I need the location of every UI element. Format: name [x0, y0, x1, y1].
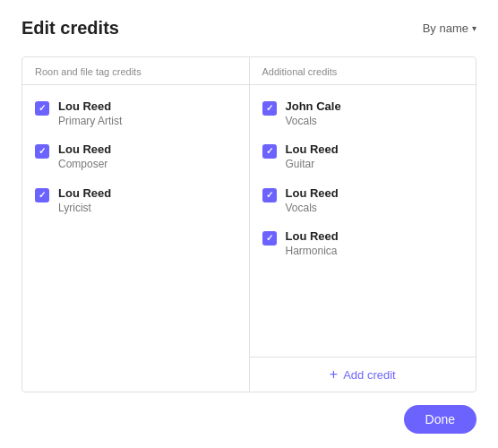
- credit-role: Vocals: [286, 115, 341, 129]
- page-header: Edit credits By name ▾: [21, 18, 477, 39]
- edit-credits-page: Edit credits By name ▾ Roon and file tag…: [0, 0, 498, 448]
- checkbox-lou-reed-lyricist[interactable]: [35, 188, 49, 202]
- list-item: Lou Reed Vocals: [250, 179, 477, 222]
- list-item: Lou Reed Lyricist: [22, 179, 249, 222]
- page-title: Edit credits: [21, 18, 119, 39]
- list-item: Lou Reed Guitar: [250, 135, 477, 178]
- sort-by-dropdown[interactable]: By name ▾: [423, 22, 477, 35]
- checkbox-lou-reed-harmonica[interactable]: [262, 231, 277, 246]
- left-column-header: Roon and file tag credits: [22, 57, 249, 85]
- chevron-down-icon: ▾: [472, 23, 477, 33]
- credit-info: Lou Reed Primary Artist: [58, 99, 122, 128]
- right-column-header: Additional credits: [250, 57, 477, 85]
- credit-info: Lou Reed Vocals: [286, 186, 339, 215]
- credit-role: Primary Artist: [58, 115, 122, 129]
- credit-info: Lou Reed Guitar: [286, 142, 339, 171]
- left-column: Roon and file tag credits Lou Reed Prima…: [22, 57, 250, 392]
- credit-name: Lou Reed: [58, 186, 111, 202]
- credit-info: John Cale Vocals: [286, 99, 341, 128]
- credit-name: Lou Reed: [58, 142, 111, 158]
- credit-info: Lou Reed Lyricist: [58, 186, 111, 215]
- checkbox-lou-reed-guitar[interactable]: [262, 144, 277, 159]
- credits-columns: Roon and file tag credits Lou Reed Prima…: [21, 56, 477, 392]
- list-item: Lou Reed Composer: [22, 135, 249, 178]
- credit-name: Lou Reed: [286, 186, 339, 202]
- right-column: Additional credits John Cale Vocals Lou …: [250, 57, 477, 392]
- credit-name: Lou Reed: [286, 142, 339, 158]
- credit-info: Lou Reed Composer: [58, 142, 111, 171]
- plus-icon: +: [330, 366, 338, 383]
- credit-role: Vocals: [286, 202, 339, 216]
- credit-role: Harmonica: [286, 245, 339, 259]
- page-footer: Done: [21, 405, 477, 434]
- additional-credits-list: John Cale Vocals Lou Reed Guitar Lou Ree…: [250, 85, 477, 357]
- add-credit-button[interactable]: + Add credit: [250, 357, 477, 392]
- checkbox-lou-reed-vocals[interactable]: [262, 188, 277, 202]
- list-item: Lou Reed Primary Artist: [22, 92, 249, 135]
- add-credit-label: Add credit: [343, 368, 396, 382]
- checkbox-lou-reed-composer[interactable]: [35, 144, 49, 159]
- checkbox-john-cale-vocals[interactable]: [262, 101, 277, 116]
- credit-role: Composer: [58, 158, 111, 172]
- roon-credits-list: Lou Reed Primary Artist Lou Reed Compose…: [22, 85, 249, 392]
- done-button[interactable]: Done: [404, 405, 477, 434]
- list-item: John Cale Vocals: [250, 92, 477, 135]
- checkbox-lou-reed-primary[interactable]: [35, 101, 49, 116]
- credit-name: Lou Reed: [286, 229, 339, 245]
- credit-info: Lou Reed Harmonica: [286, 229, 339, 258]
- sort-by-label: By name: [423, 22, 468, 35]
- credit-role: Lyricist: [58, 202, 111, 216]
- credit-role: Guitar: [286, 158, 339, 172]
- list-item: Lou Reed Harmonica: [250, 222, 477, 265]
- credit-name: Lou Reed: [58, 99, 122, 115]
- credit-name: John Cale: [286, 99, 341, 115]
